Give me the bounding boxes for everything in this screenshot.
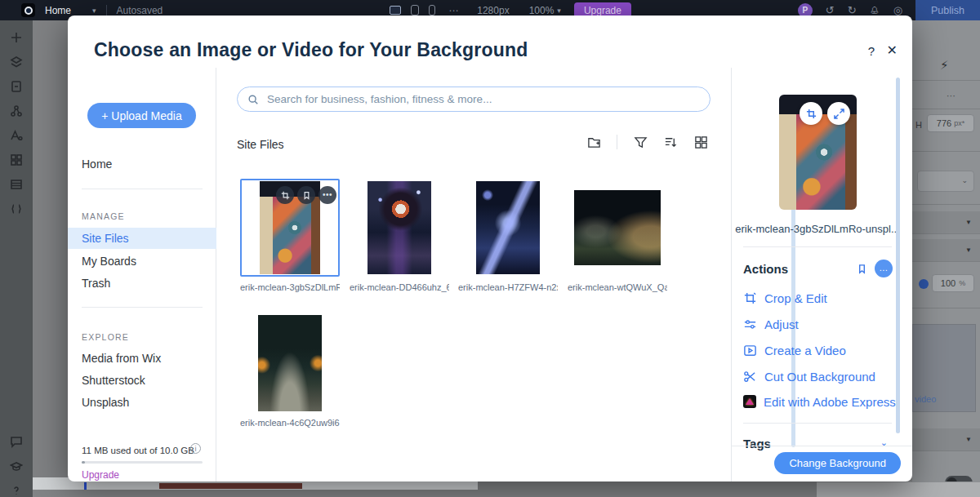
collapsed-section: ▼ [912, 239, 980, 262]
pages-icon[interactable] [10, 79, 24, 93]
action-label: Edit with Adobe Express [764, 395, 896, 409]
file-card-selected[interactable]: ••• erik-mclean-3gbSzDlLmR... [240, 179, 340, 292]
thumbnail-road[interactable] [258, 315, 322, 411]
crop-icon[interactable] [800, 102, 822, 125]
collapsed-section: ▼ [912, 428, 980, 451]
action-edit-adobe-express[interactable]: Edit with Adobe Express [743, 393, 903, 410]
scroll-effect-select: ⌄ [917, 171, 974, 192]
more-options-icon[interactable]: ••• [318, 186, 336, 204]
video-play-icon [743, 344, 757, 357]
autosaved-status: Autosaved [117, 5, 163, 16]
media-sidebar: + Upload Media Home MANAGE Site Files My… [68, 68, 216, 481]
typography-icon[interactable] [10, 128, 24, 142]
action-cut-out-background[interactable]: Cut Out Background [743, 367, 903, 385]
chevron-down-icon: ⌄ [961, 176, 968, 184]
learn-icon[interactable] [10, 459, 24, 473]
thumbnail-skyline[interactable] [574, 190, 661, 265]
explore-section-label: EXPLORE [82, 332, 129, 342]
file-card[interactable]: erik-mclean-H7ZFW4-n2x... [458, 179, 558, 292]
chevron-down-icon[interactable]: ⌄ [880, 437, 888, 448]
action-label: Create a Video [764, 344, 846, 357]
thumbnail-street[interactable] [476, 181, 540, 274]
file-name: erik-mclean-wtQWuX_Qa... [568, 282, 667, 292]
dev-mode-icon[interactable] [10, 202, 24, 215]
publish-button[interactable]: Publish [915, 0, 980, 20]
connections-icon[interactable] [10, 104, 24, 118]
change-background-button[interactable]: Change Background [774, 452, 901, 474]
editor-settings-panel: ⚡ ⋯ H 776 px* ⌄ ▼ ▼ 100 % video ▼ Layout… [912, 20, 980, 497]
upload-media-button[interactable]: + Upload Media [87, 103, 196, 128]
new-folder-icon[interactable] [586, 135, 601, 149]
action-crop-edit[interactable]: Crop & Edit [743, 289, 903, 307]
comments-icon[interactable] [10, 434, 24, 448]
chevron-down-icon: ▾ [557, 7, 561, 15]
zoom-selector[interactable]: 100% ▾ [529, 5, 561, 16]
sidebar-item-media-from-wix[interactable]: Media from Wix [68, 348, 216, 369]
sidebar-item-my-boards[interactable]: My Boards [68, 251, 216, 272]
divider [743, 246, 892, 247]
more-devices-icon[interactable]: ⋯ [448, 5, 459, 16]
bookmark-icon[interactable] [297, 186, 315, 204]
sidebar-item-site-files[interactable]: Site Files [68, 228, 216, 249]
file-name: erik-mclean-3gbSzDlLmR... [240, 282, 340, 292]
more-options-icon: ⋯ [947, 91, 956, 101]
preview-eye-icon[interactable]: ◎ [893, 4, 902, 16]
help-button[interactable]: ? [868, 44, 875, 58]
height-value: 776 [937, 118, 951, 128]
scrollbar[interactable] [896, 78, 900, 433]
action-adjust[interactable]: Adjust [743, 315, 903, 333]
expand-icon[interactable] [827, 102, 850, 125]
height-input: 776 px* [927, 114, 974, 132]
tags-header: Tags [743, 437, 771, 450]
manage-section-label: MANAGE [82, 211, 125, 221]
opacity-unit: % [959, 279, 965, 287]
mobile-view-icon[interactable] [429, 5, 435, 16]
canvas-width: 1280px [477, 5, 509, 16]
height-label: H [915, 120, 922, 130]
file-card[interactable]: erik-mclean-4c6Q2uw9i6... [240, 314, 340, 428]
screen: Home ▾ Autosaved ⋯ 1280px 100% ▾ Upgrade… [0, 0, 980, 497]
crop-icon[interactable] [276, 186, 294, 204]
file-card[interactable]: erik-mclean-DD466uhz_6... [350, 179, 449, 292]
add-element-icon[interactable] [10, 30, 24, 44]
selected-file-name: erik-mclean-3gbSzDlLmRo-unspl... [732, 223, 903, 235]
desktop-view-icon[interactable] [390, 6, 401, 15]
content-manager-icon[interactable] [10, 177, 24, 191]
sidebar-item-shutterstock[interactable]: Shutterstock [68, 370, 216, 391]
sidebar-item-trash[interactable]: Trash [68, 273, 216, 294]
layers-icon[interactable] [10, 55, 24, 69]
grid-view-icon[interactable] [693, 135, 708, 149]
tablet-view-icon[interactable] [411, 5, 419, 16]
storage-progress-bar [82, 461, 203, 464]
apps-grid-icon[interactable] [10, 153, 24, 166]
divider [731, 446, 912, 446]
zoom-value: 100% [529, 5, 555, 16]
undo-icon[interactable]: ↺ [826, 4, 835, 16]
close-icon[interactable]: ✕ [887, 42, 898, 58]
wix-logo-icon[interactable] [21, 3, 35, 17]
divider [617, 135, 617, 149]
file-card[interactable]: erik-mclean-wtQWuX_Qa... [568, 179, 667, 292]
sort-icon[interactable] [663, 135, 678, 149]
action-create-video[interactable]: Create a Video [743, 341, 903, 359]
layout-section: Layout ▼ [817, 481, 980, 497]
sidebar-item-home[interactable]: Home [68, 153, 216, 175]
storage-upgrade-link[interactable]: Upgrade [82, 469, 119, 481]
file-name: erik-mclean-4c6Q2uw9i6... [240, 418, 340, 428]
bookmark-icon[interactable] [857, 263, 870, 276]
editor-left-toolbar [0, 20, 33, 497]
page-selector[interactable]: Home ▾ [45, 5, 96, 16]
redo-icon[interactable]: ↻ [848, 4, 857, 16]
scissors-icon [743, 370, 757, 384]
search-input[interactable] [265, 92, 710, 106]
quick-actions-bolt-icon: ⚡ [940, 58, 949, 73]
more-actions-button[interactable]: ... [875, 260, 893, 277]
search-icon [247, 94, 259, 105]
file-details-panel: erik-mclean-3gbSzDlLmRo-unspl... Actions… [731, 68, 912, 481]
notifications-bell-icon[interactable]: 🕭 [870, 4, 880, 16]
thumbnail-sneaker[interactable] [368, 181, 431, 274]
info-icon[interactable]: i [190, 443, 201, 454]
filter-icon[interactable] [633, 135, 648, 149]
help-icon[interactable] [10, 483, 24, 497]
sidebar-item-unsplash[interactable]: Unsplash [68, 392, 216, 413]
